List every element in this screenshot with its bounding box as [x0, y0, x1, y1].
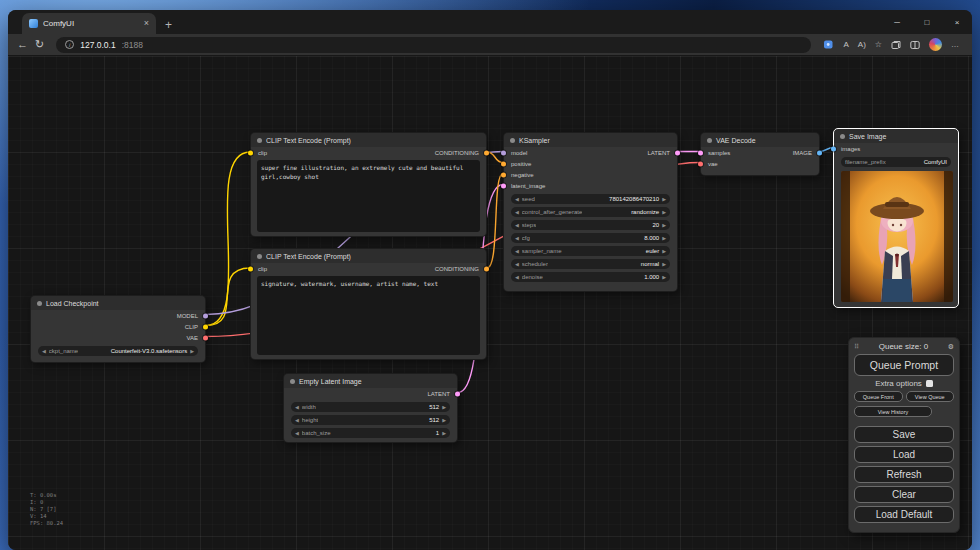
widget-control-after-generate[interactable]: ◀ control_after_generate randomize ▶ [511, 207, 670, 217]
add-favorite-icon[interactable]: ☆ [875, 41, 882, 49]
samples-input-dot[interactable] [698, 150, 703, 155]
menu-drag-handle-icon[interactable]: ⠿ [854, 343, 859, 351]
latent-output-dot[interactable] [455, 391, 460, 396]
node-title-bar[interactable]: CLIP Text Encode (Prompt) [251, 249, 486, 263]
widget-scheduler[interactable]: ◀ scheduler normal ▶ [511, 259, 670, 269]
conditioning-output-dot[interactable] [484, 150, 489, 155]
translate-icon[interactable]: A [843, 41, 848, 49]
maximize-button[interactable]: □ [912, 10, 942, 34]
node-title-bar[interactable]: Save Image [834, 129, 958, 143]
extra-options-checkbox[interactable] [926, 380, 933, 387]
split-screen-icon[interactable] [910, 40, 920, 50]
stepper-left-icon[interactable]: ◀ [42, 349, 46, 354]
widget-ckpt-name[interactable]: ◀ ckpt_name Counterfeit-V3.0.safetensors… [38, 346, 198, 356]
profile-avatar[interactable] [929, 38, 942, 51]
stepper-right-icon[interactable]: ▶ [190, 349, 194, 354]
stepper-right-icon[interactable]: ▶ [442, 405, 446, 410]
node-vae-decode[interactable]: VAE Decode samples IMAGE vae [700, 132, 820, 176]
collapse-dot-icon[interactable] [510, 138, 515, 143]
refresh-button[interactable]: ↻ [35, 39, 44, 50]
negative-input-dot[interactable] [501, 172, 506, 177]
stepper-left-icon[interactable]: ◀ [515, 223, 519, 228]
load-workflow-button[interactable]: Load [854, 446, 954, 463]
node-clip-text-encode-positive[interactable]: CLIP Text Encode (Prompt) clip CONDITION… [250, 132, 487, 237]
node-title-bar[interactable]: VAE Decode [701, 133, 819, 147]
settings-gear-icon[interactable]: ⚙ [948, 343, 954, 351]
stepper-right-icon[interactable]: ▶ [442, 431, 446, 436]
node-load-checkpoint[interactable]: Load Checkpoint MODEL CLIP VAE ◀ ckpt_na… [30, 295, 206, 363]
back-button[interactable]: ← [17, 39, 28, 50]
refresh-workflow-button[interactable]: Refresh [854, 466, 954, 483]
stepper-left-icon[interactable]: ◀ [515, 275, 519, 280]
model-output-dot[interactable] [203, 313, 208, 318]
node-ksampler[interactable]: KSampler model LATENT positive negative [503, 132, 678, 292]
collapse-dot-icon[interactable] [37, 301, 42, 306]
clip-input-dot[interactable] [248, 150, 253, 155]
stepper-left-icon[interactable]: ◀ [515, 249, 519, 254]
widget-seed[interactable]: ◀ seed 780142086470210 ▶ [511, 194, 670, 204]
collapse-dot-icon[interactable] [707, 138, 712, 143]
stepper-left-icon[interactable]: ◀ [515, 236, 519, 241]
widget-height[interactable]: ◀ height 512 ▶ [291, 415, 450, 425]
clip-output-dot[interactable] [203, 324, 208, 329]
node-title-bar[interactable]: Load Checkpoint [31, 296, 205, 310]
positive-prompt-textarea[interactable]: super fine illustration, an extremely cu… [257, 160, 480, 232]
stepper-left-icon[interactable]: ◀ [295, 418, 299, 423]
widget-denoise[interactable]: ◀ denoise 1.000 ▶ [511, 272, 670, 282]
close-window-button[interactable]: × [942, 10, 972, 34]
stepper-right-icon[interactable]: ▶ [662, 197, 666, 202]
save-workflow-button[interactable]: Save [854, 426, 954, 443]
stepper-left-icon[interactable]: ◀ [515, 197, 519, 202]
vae-output-dot[interactable] [203, 335, 208, 340]
view-history-button[interactable]: View History [854, 406, 932, 417]
node-title-bar[interactable]: KSampler [504, 133, 677, 147]
widget-cfg[interactable]: ◀ cfg 8.000 ▶ [511, 233, 670, 243]
minimize-button[interactable]: ─ [882, 10, 912, 34]
queue-front-button[interactable]: Queue Front [854, 391, 903, 402]
widget-sampler-name[interactable]: ◀ sampler_name euler ▶ [511, 246, 670, 256]
model-input-dot[interactable] [501, 150, 506, 155]
stepper-left-icon[interactable]: ◀ [515, 262, 519, 267]
new-tab-button[interactable]: + [165, 19, 172, 31]
image-output-dot[interactable] [817, 150, 822, 155]
read-aloud-icon[interactable]: A) [858, 41, 866, 49]
node-save-image[interactable]: Save Image images filename_prefix ComfyU… [833, 128, 959, 308]
stepper-right-icon[interactable]: ▶ [662, 275, 666, 280]
collapse-dot-icon[interactable] [257, 138, 262, 143]
stepper-right-icon[interactable]: ▶ [662, 262, 666, 267]
tab-close-icon[interactable]: × [144, 19, 149, 28]
more-menu-icon[interactable]: … [951, 41, 959, 49]
queue-prompt-button[interactable]: Queue Prompt [854, 354, 954, 376]
comfyui-canvas[interactable]: Load Checkpoint MODEL CLIP VAE ◀ ckpt_na… [8, 56, 972, 550]
site-info-icon[interactable]: i [65, 40, 74, 49]
node-empty-latent-image[interactable]: Empty Latent Image LATENT ◀ width 512 ▶ … [283, 373, 458, 443]
collapse-dot-icon[interactable] [290, 379, 295, 384]
node-title-bar[interactable]: Empty Latent Image [284, 374, 457, 388]
extension-icon[interactable] [823, 39, 834, 50]
vae-input-dot[interactable] [698, 161, 703, 166]
stepper-right-icon[interactable]: ▶ [662, 210, 666, 215]
stepper-left-icon[interactable]: ◀ [515, 210, 519, 215]
stepper-right-icon[interactable]: ▶ [662, 249, 666, 254]
widget-batch-size[interactable]: ◀ batch_size 1 ▶ [291, 428, 450, 438]
widget-filename-prefix[interactable]: filename_prefix ComfyUI [841, 157, 951, 167]
collections-icon[interactable] [891, 40, 901, 50]
browser-tab-comfyui[interactable]: ComfyUI × [22, 13, 156, 34]
images-input-dot[interactable] [831, 146, 836, 151]
clear-workflow-button[interactable]: Clear [854, 486, 954, 503]
widget-width[interactable]: ◀ width 512 ▶ [291, 402, 450, 412]
widget-steps[interactable]: ◀ steps 20 ▶ [511, 220, 670, 230]
stepper-right-icon[interactable]: ▶ [442, 418, 446, 423]
positive-input-dot[interactable] [501, 161, 506, 166]
view-queue-button[interactable]: View Queue [906, 391, 955, 402]
clip-input-dot[interactable] [248, 266, 253, 271]
node-clip-text-encode-negative[interactable]: CLIP Text Encode (Prompt) clip CONDITION… [250, 248, 487, 360]
latent-input-dot[interactable] [501, 183, 506, 188]
latent-output-dot[interactable] [675, 150, 680, 155]
conditioning-output-dot[interactable] [484, 266, 489, 271]
load-default-button[interactable]: Load Default [854, 506, 954, 523]
address-bar[interactable]: i 127.0.0.1 :8188 [56, 37, 811, 53]
negative-prompt-textarea[interactable]: signature, watermark, username, artist n… [257, 276, 480, 355]
collapse-dot-icon[interactable] [840, 134, 845, 139]
collapse-dot-icon[interactable] [257, 254, 262, 259]
